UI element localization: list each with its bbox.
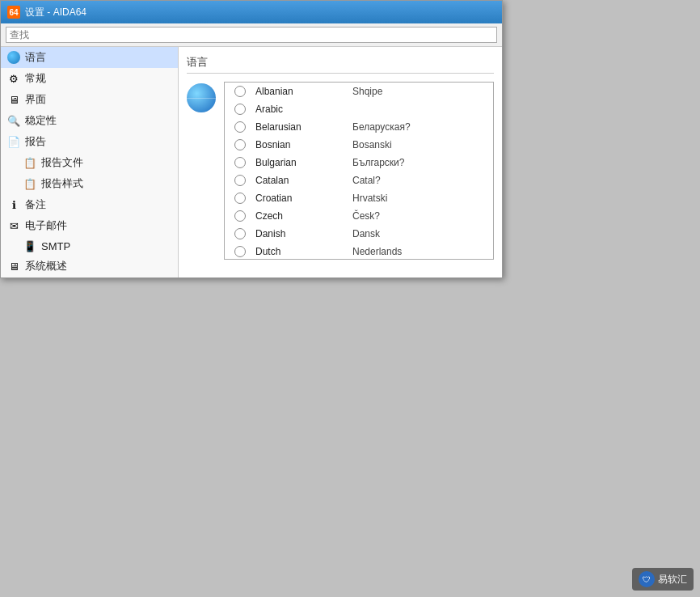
radio-czech[interactable] bbox=[234, 210, 246, 222]
title-bar: 64 设置 - AIDA64 bbox=[1, 1, 502, 23]
watermark-label: 易软汇 bbox=[658, 573, 687, 586]
gear-icon: ⚙ bbox=[7, 72, 20, 85]
window-title: 设置 - AIDA64 bbox=[25, 6, 86, 19]
info-icon: ℹ bbox=[7, 198, 20, 211]
sidebar-label-interface: 界面 bbox=[25, 92, 46, 107]
main-content: 语言 ⚙ 常规 🖥 界面 🔍 稳定性 📄 报告 📋 报告文件 bbox=[1, 47, 502, 277]
sidebar-label-report: 报告 bbox=[25, 134, 46, 149]
language-list-container[interactable]: Albanian Shqipe Arabic Belarusian Белару… bbox=[224, 82, 494, 260]
radio-dutch[interactable] bbox=[234, 246, 246, 257]
sidebar-label-stability: 稳定性 bbox=[25, 113, 57, 128]
sidebar-item-general[interactable]: ⚙ 常规 bbox=[1, 68, 178, 89]
radio-catalan[interactable] bbox=[234, 175, 246, 186]
lang-native-danish: Dansk bbox=[352, 228, 380, 239]
lang-row-belarusian[interactable]: Belarusian Беларуская? bbox=[225, 118, 493, 136]
lang-native-dutch: Nederlands bbox=[352, 246, 402, 257]
lang-native-czech: Česk? bbox=[352, 210, 380, 222]
radio-croatian[interactable] bbox=[234, 193, 246, 204]
lang-native-catalan: Catal? bbox=[352, 175, 381, 186]
sidebar-label-smtp: SMTP bbox=[41, 240, 70, 252]
radio-danish[interactable] bbox=[234, 228, 246, 239]
radio-albanian[interactable] bbox=[234, 86, 246, 97]
lang-native-croatian: Hrvatski bbox=[352, 193, 387, 204]
lang-name-dutch: Dutch bbox=[255, 246, 352, 257]
sidebar-item-content-filter[interactable]: 📋 内容筛选 bbox=[1, 277, 178, 277]
lang-row-arabic[interactable]: Arabic bbox=[225, 100, 493, 118]
radio-bosnian[interactable] bbox=[234, 139, 246, 150]
sidebar-label-report-style: 报告样式 bbox=[41, 176, 83, 191]
email-icon: ✉ bbox=[7, 219, 20, 232]
sidebar-label-general: 常规 bbox=[25, 71, 46, 86]
watermark-badge: 🛡 易软汇 bbox=[632, 568, 694, 591]
sidebar-label-report-file: 报告文件 bbox=[41, 155, 83, 170]
lang-name-bulgarian: Bulgarian bbox=[255, 157, 352, 168]
right-panel: 语言 Albanian Shqipe Arabic bbox=[179, 47, 502, 277]
lang-name-catalan: Catalan bbox=[255, 175, 352, 186]
settings-window: 64 设置 - AIDA64 语言 ⚙ 常规 🖥 界面 bbox=[0, 0, 503, 278]
lang-name-bosnian: Bosnian bbox=[255, 139, 352, 150]
report-style-icon: 📋 bbox=[23, 177, 36, 190]
language-panel: Albanian Shqipe Arabic Belarusian Белару… bbox=[187, 82, 494, 260]
search-input[interactable] bbox=[6, 27, 497, 43]
sidebar-item-report-style[interactable]: 📋 报告样式 bbox=[1, 173, 178, 194]
globe-icon bbox=[7, 51, 20, 64]
sidebar-item-report-file[interactable]: 📋 报告文件 bbox=[1, 152, 178, 173]
lang-row-dutch[interactable]: Dutch Nederlands bbox=[225, 243, 493, 260]
lang-row-bulgarian[interactable]: Bulgarian Български? bbox=[225, 154, 493, 171]
shield-icon: 🔍 bbox=[7, 114, 20, 127]
sidebar-label-sysoverview: 系统概述 bbox=[25, 259, 67, 273]
search-bar bbox=[1, 23, 502, 47]
lang-native-belarusian: Беларуская? bbox=[352, 121, 411, 133]
lang-name-danish: Danish bbox=[255, 228, 352, 239]
sidebar-item-report[interactable]: 📄 报告 bbox=[1, 131, 178, 152]
globe-large-icon bbox=[187, 83, 216, 112]
lang-row-danish[interactable]: Danish Dansk bbox=[225, 225, 493, 243]
lang-native-bosnian: Bosanski bbox=[352, 139, 392, 150]
lang-name-albanian: Albanian bbox=[255, 86, 352, 97]
lang-row-croatian[interactable]: Croatian Hrvatski bbox=[225, 189, 493, 207]
lang-native-bulgarian: Български? bbox=[352, 157, 404, 168]
sidebar-item-interface[interactable]: 🖥 界面 bbox=[1, 89, 178, 110]
report-file-icon: 📋 bbox=[23, 156, 36, 169]
sidebar-item-smtp[interactable]: 📱 SMTP bbox=[1, 236, 178, 256]
sidebar-item-stability[interactable]: 🔍 稳定性 bbox=[1, 110, 178, 131]
lang-row-bosnian[interactable]: Bosnian Bosanski bbox=[225, 136, 493, 154]
report-icon: 📄 bbox=[7, 135, 20, 148]
lang-name-croatian: Croatian bbox=[255, 193, 352, 204]
smtp-icon: 📱 bbox=[23, 239, 36, 252]
lang-row-albanian[interactable]: Albanian Shqipe bbox=[225, 83, 493, 100]
watermark-icon: 🛡 bbox=[639, 571, 655, 587]
radio-arabic[interactable] bbox=[234, 104, 246, 115]
sidebar-item-sysoverview[interactable]: 🖥 系统概述 bbox=[1, 256, 178, 277]
sidebar-item-language[interactable]: 语言 bbox=[1, 47, 178, 68]
lang-row-czech[interactable]: Czech Česk? bbox=[225, 207, 493, 225]
sidebar-item-email[interactable]: ✉ 电子邮件 bbox=[1, 215, 178, 236]
sidebar-label-notes: 备注 bbox=[25, 197, 46, 212]
radio-belarusian[interactable] bbox=[234, 121, 246, 133]
monitor-icon: 🖥 bbox=[7, 93, 20, 106]
sidebar-label-language: 语言 bbox=[25, 50, 46, 65]
radio-bulgarian[interactable] bbox=[234, 157, 246, 168]
sidebar-label-email: 电子邮件 bbox=[25, 218, 67, 233]
language-list: Albanian Shqipe Arabic Belarusian Белару… bbox=[225, 83, 493, 260]
lang-name-arabic: Arabic bbox=[255, 104, 352, 115]
lang-name-czech: Czech bbox=[255, 210, 352, 222]
section-title: 语言 bbox=[187, 55, 494, 74]
lang-native-albanian: Shqipe bbox=[352, 86, 382, 97]
app-icon: 64 bbox=[7, 6, 20, 19]
sysoverview-icon: 🖥 bbox=[7, 260, 20, 273]
lang-name-belarusian: Belarusian bbox=[255, 121, 352, 133]
sidebar: 语言 ⚙ 常规 🖥 界面 🔍 稳定性 📄 报告 📋 报告文件 bbox=[1, 47, 179, 277]
sidebar-item-notes[interactable]: ℹ 备注 bbox=[1, 194, 178, 215]
lang-row-catalan[interactable]: Catalan Catal? bbox=[225, 171, 493, 189]
